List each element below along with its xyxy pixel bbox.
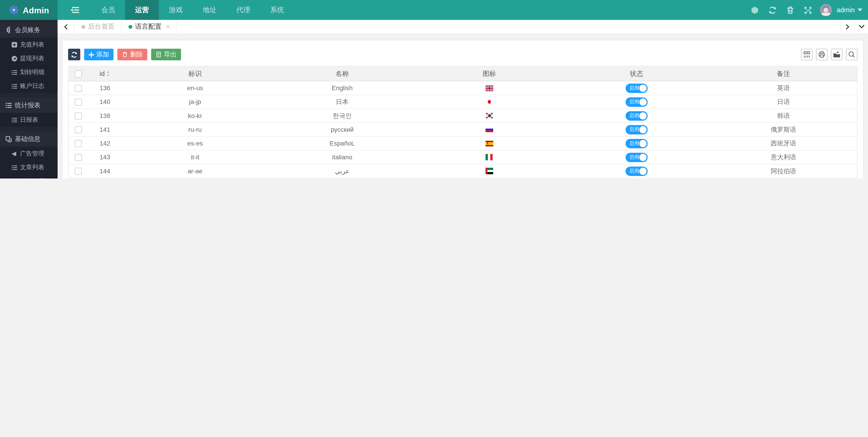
trash-icon[interactable] — [781, 0, 799, 20]
es-flag-icon — [416, 140, 563, 147]
status-toggle[interactable]: 启用 — [625, 111, 648, 120]
plus-icon — [89, 52, 94, 57]
tab-language-config[interactable]: 语言配置 × — [122, 20, 177, 33]
item-label: 账户日志 — [20, 82, 44, 90]
plus-square-icon — [11, 42, 17, 47]
status-toggle[interactable]: 启用 — [625, 83, 648, 93]
table-row: 140 ja-jp 日本 启用 日语 — [68, 95, 857, 109]
list-icon — [11, 117, 17, 122]
export-folder-icon[interactable] — [831, 49, 842, 60]
gear-logo-icon — [8, 4, 20, 15]
add-button[interactable]: 添加 — [84, 49, 114, 60]
cell-id: 137 — [88, 178, 122, 179]
table-tools — [801, 49, 858, 60]
nav-item-operation[interactable]: 运营 — [125, 0, 159, 20]
column-header-status[interactable]: 状态 — [563, 66, 710, 81]
list-icon — [11, 69, 17, 75]
list-icon — [11, 165, 17, 170]
cell-id: 138 — [88, 109, 122, 122]
row-checkbox[interactable] — [75, 98, 82, 105]
printer-icon[interactable] — [816, 49, 828, 60]
status-toggle[interactable]: 启用 — [625, 97, 648, 107]
sidebar-item-ad-management[interactable]: 广告管理 — [0, 147, 58, 160]
delete-button[interactable]: 删除 — [117, 49, 147, 60]
cell-code: es-es — [122, 136, 269, 150]
sidebar-item-category-management[interactable]: 分类管理 — [0, 174, 58, 179]
nav-item-member[interactable]: 会员 — [91, 0, 125, 20]
tabs-scroll-left-button[interactable] — [58, 20, 75, 33]
select-all-checkbox[interactable] — [75, 70, 82, 77]
column-header-remark[interactable]: 备注 — [710, 66, 857, 81]
user-avatar[interactable] — [820, 4, 832, 16]
hexagon-icon[interactable] — [746, 0, 764, 20]
sidebar-section-basic-info[interactable]: 基础信息 — [0, 131, 58, 147]
toggle-knob — [639, 167, 647, 175]
refresh-icon[interactable] — [764, 0, 781, 20]
section-label: 统计报表 — [15, 101, 40, 110]
gb-flag-icon — [416, 85, 563, 91]
row-checkbox[interactable] — [75, 139, 82, 147]
sidebar-item-article-list[interactable]: 文章列表 — [0, 160, 58, 174]
sort-icon — [106, 71, 110, 76]
nav-item-system[interactable]: 系统 — [260, 0, 294, 20]
cell-code: en-us — [122, 81, 269, 95]
sidebar-item-account-log[interactable]: 账户日志 — [0, 79, 58, 93]
status-toggle[interactable]: 启用 — [625, 166, 648, 176]
trash-icon — [122, 52, 128, 58]
nav-item-game[interactable]: 游戏 — [159, 0, 193, 20]
tabs-scroll-right-button[interactable] — [840, 20, 854, 33]
sidebar-item-recharge-list[interactable]: 充值列表 — [0, 38, 58, 52]
jp-flag-icon — [416, 98, 563, 105]
ru-flag-icon — [416, 127, 563, 132]
chevron-down-icon[interactable] — [857, 8, 862, 12]
cell-name: 中文简体 — [269, 178, 416, 179]
nav-item-address[interactable]: 地址 — [193, 0, 226, 20]
sidebar-item-transfer-detail[interactable]: 划转明细 — [0, 65, 58, 79]
row-checkbox[interactable] — [75, 84, 82, 92]
tabs-menu-button[interactable] — [854, 20, 868, 33]
row-checkbox[interactable] — [75, 126, 82, 133]
tab-dot — [128, 25, 132, 28]
row-checkbox[interactable] — [75, 167, 82, 175]
row-checkbox[interactable] — [75, 154, 82, 161]
search-icon[interactable] — [846, 49, 857, 60]
cell-name: 日本 — [269, 95, 416, 109]
cell-remark: 西班牙语 — [710, 136, 857, 150]
refresh-button[interactable] — [68, 49, 80, 60]
row-checkbox[interactable] — [75, 112, 82, 119]
sidebar-section-statistics[interactable]: 统计报表 — [0, 97, 58, 113]
column-header-name[interactable]: 名称 — [269, 66, 416, 81]
sidebar-item-daily-report[interactable]: 日报表 — [0, 113, 58, 127]
cell-code: ja-jp — [122, 95, 269, 109]
status-toggle[interactable]: 启用 — [625, 125, 648, 134]
close-tab-icon[interactable]: × — [166, 23, 170, 30]
column-header-id[interactable]: id — [88, 66, 122, 81]
table-row: 137 zh-cn 中文简体 启用 中文简体 — [68, 178, 857, 179]
shrink-menu-icon — [70, 6, 79, 14]
cell-id: 140 — [88, 95, 122, 109]
sidebar-item-withdraw-list[interactable]: 提现列表 — [0, 52, 58, 65]
main-menu: 会员 运营 游戏 地址 代理 系统 — [58, 0, 294, 20]
cell-code: ru-ru — [122, 122, 269, 136]
username-label[interactable]: admin — [837, 6, 855, 14]
tab-dashboard[interactable]: 后台首页 — [75, 20, 122, 33]
cell-remark: 俄罗斯语 — [710, 122, 857, 136]
column-header-code[interactable]: 标识 — [122, 66, 269, 81]
column-header-icon[interactable]: 图标 — [416, 66, 563, 81]
toggle-knob — [639, 154, 647, 161]
bitcoin-icon: B — [5, 27, 11, 33]
cell-name: italiano — [269, 150, 416, 164]
status-toggle[interactable]: 启用 — [625, 138, 648, 148]
admin-app: Admin 会员 运营 游戏 地址 代理 系统 — [0, 0, 868, 179]
nav-item-agent[interactable]: 代理 — [226, 0, 260, 20]
columns-icon[interactable] — [801, 49, 813, 60]
main-content: 添加 删除 导出 — [58, 33, 868, 179]
export-button[interactable]: 导出 — [151, 49, 181, 60]
sidebar-section-member-accounts[interactable]: B 会员账务 — [0, 22, 58, 38]
fullscreen-icon[interactable] — [799, 0, 817, 20]
sidebar-toggle[interactable] — [58, 0, 91, 20]
brand-logo[interactable]: Admin — [0, 0, 58, 20]
status-toggle[interactable]: 启用 — [625, 153, 648, 162]
sidebar: B 会员账务 充值列表 提现列表 — [0, 20, 58, 179]
table-row: 136 en-us English 启用 英语 — [68, 81, 857, 95]
